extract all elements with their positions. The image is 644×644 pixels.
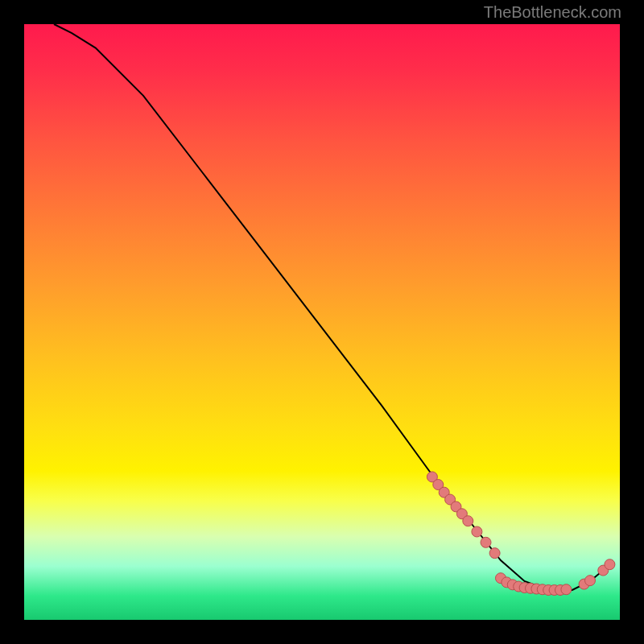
data-point	[585, 576, 596, 586]
chart-frame: TheBottleneck.com	[0, 0, 644, 644]
data-point	[561, 584, 572, 595]
data-point	[489, 548, 500, 559]
data-point	[605, 559, 615, 570]
data-point	[472, 526, 482, 537]
watermark-text: TheBottleneck.com	[484, 3, 621, 22]
chart-overlay	[24, 24, 620, 620]
curve-line	[54, 24, 608, 590]
data-point	[481, 537, 491, 547]
data-points	[427, 472, 615, 596]
data-point	[463, 516, 473, 526]
curve-path	[54, 24, 608, 590]
